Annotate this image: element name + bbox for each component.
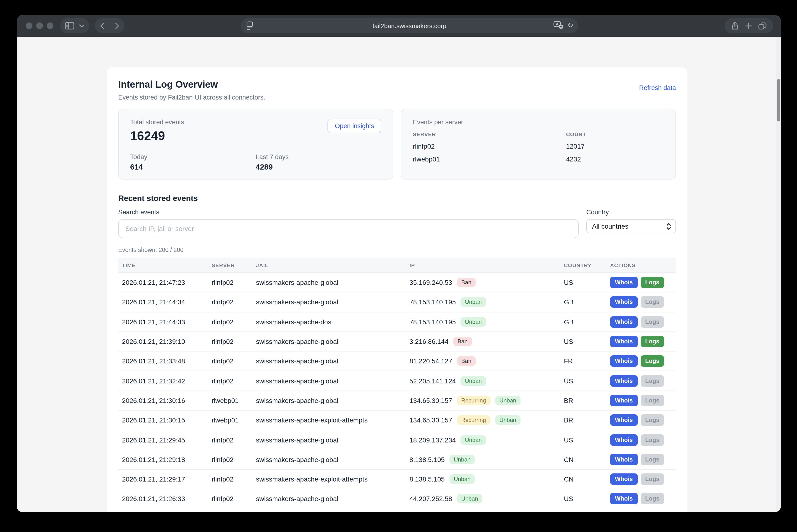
- column-header: TIME: [118, 262, 208, 268]
- logs-button[interactable]: Logs: [640, 356, 664, 367]
- translate-icon: A 文: [554, 21, 564, 30]
- cell-actions: WhoisLogs: [606, 375, 676, 386]
- forward-button[interactable]: [115, 22, 120, 29]
- ip-address: 134.65.30.157: [410, 397, 452, 404]
- logs-button[interactable]: Logs: [640, 375, 664, 386]
- logs-button[interactable]: Logs: [640, 493, 664, 505]
- cell-server: rlinfp02: [208, 456, 252, 463]
- table-row: 2026.01.21, 21:29:18rlinfp02swissmakers-…: [118, 450, 676, 470]
- cell-time: 2026.01.21, 21:33:48: [118, 358, 208, 365]
- new-tab-button[interactable]: [745, 22, 752, 29]
- whois-button[interactable]: Whois: [610, 395, 637, 406]
- whois-button[interactable]: Whois: [610, 356, 637, 367]
- last7days-label: Last 7 days: [256, 153, 381, 160]
- cell-country: US: [560, 338, 606, 345]
- table-row: 2026.01.21, 21:33:48rlinfp02swissmakers-…: [118, 352, 676, 371]
- whois-button[interactable]: Whois: [610, 375, 637, 386]
- logs-button[interactable]: Logs: [640, 316, 664, 327]
- open-insights-button[interactable]: Open insights: [328, 119, 381, 133]
- per-server-title: Events per server: [413, 119, 664, 126]
- logs-button[interactable]: Logs: [640, 395, 664, 406]
- whois-button[interactable]: Whois: [610, 297, 637, 308]
- country-select[interactable]: All countries: [586, 219, 676, 233]
- cell-ip: 78.153.140.195Unban: [406, 298, 560, 307]
- per-server-count: 12017: [566, 142, 664, 150]
- sidebar-menu-button[interactable]: [79, 24, 84, 27]
- cell-ip: 3.216.86.144Ban: [406, 337, 560, 346]
- column-header: JAIL: [252, 262, 406, 268]
- per-server-column-header: SERVER: [413, 131, 566, 137]
- address-bar[interactable]: fail2ban.swissmakers.corp A 文: [241, 18, 578, 33]
- sidebar-controls: [60, 18, 89, 33]
- cell-server: rlwebp01: [208, 416, 252, 424]
- total-events-label: Total stored events: [130, 119, 184, 126]
- events-per-server-card: Events per server SERVERCOUNTrlinfp02120…: [401, 109, 676, 179]
- cell-time: 2026.01.21, 21:30:15: [118, 416, 208, 424]
- search-input[interactable]: [118, 219, 579, 238]
- total-events-value: 16249: [130, 129, 184, 144]
- logs-button[interactable]: Logs: [640, 297, 664, 308]
- tab-overview-button[interactable]: [759, 22, 767, 29]
- zoom-window-button[interactable]: [47, 22, 53, 29]
- back-button[interactable]: [100, 22, 104, 29]
- cell-actions: WhoisLogs: [606, 356, 676, 367]
- cell-country: FR: [560, 358, 606, 365]
- cell-jail: swissmakers-apache-global: [252, 397, 406, 404]
- share-button[interactable]: [731, 21, 738, 30]
- translate-button[interactable]: A 文: [554, 21, 564, 30]
- cell-ip: 35.169.240.53Ban: [406, 278, 560, 287]
- minimize-window-button[interactable]: [36, 22, 43, 29]
- close-window-button[interactable]: [26, 22, 32, 29]
- whois-button[interactable]: Whois: [610, 277, 637, 288]
- unban-badge: Unban: [461, 435, 486, 444]
- column-header: ACTIONS: [606, 262, 676, 268]
- browser-toolbar: fail2ban.swissmakers.corp A 文: [17, 15, 781, 37]
- logs-button[interactable]: Logs: [640, 434, 664, 445]
- svg-text:A: A: [556, 22, 559, 26]
- cell-actions: WhoisLogs: [606, 454, 676, 465]
- whois-button[interactable]: Whois: [610, 434, 637, 445]
- cell-actions: WhoisLogs: [606, 297, 676, 308]
- logs-button[interactable]: Logs: [640, 473, 664, 485]
- whois-button[interactable]: Whois: [610, 336, 637, 347]
- page-format-icon[interactable]: [246, 21, 254, 30]
- ip-address: 8.138.5.105: [410, 475, 445, 483]
- cell-server: rlinfp02: [208, 377, 252, 385]
- whois-button[interactable]: Whois: [610, 316, 637, 327]
- logs-button[interactable]: Logs: [640, 454, 664, 465]
- cell-server: rlinfp02: [208, 298, 252, 306]
- whois-button[interactable]: Whois: [610, 454, 637, 465]
- unban-badge: Unban: [461, 298, 486, 307]
- table-row: 2026.01.21, 21:47:23rlinfp02swissmakers-…: [118, 273, 676, 293]
- table-row: 2026.01.21, 21:44:33rlinfp02swissmakers-…: [118, 312, 676, 332]
- cell-server: rlinfp02: [208, 279, 252, 286]
- table-row: 2026.01.21, 21:29:45rlinfp02swissmakers-…: [118, 430, 676, 450]
- cell-country: CN: [560, 456, 606, 463]
- events-table: TIMESERVERJAILIPCOUNTRYACTIONS 2026.01.2…: [118, 258, 676, 512]
- table-row: 2026.01.21, 21:26:10rlwebp01swissmakers-…: [118, 509, 676, 512]
- recurring-badge: Recurring: [457, 415, 490, 425]
- logs-button[interactable]: Logs: [640, 277, 664, 288]
- ban-badge: Ban: [457, 357, 476, 366]
- cell-country: US: [560, 436, 606, 444]
- page-subtitle: Events stored by Fail2ban-UI across all …: [118, 93, 265, 102]
- cell-actions: WhoisLogs: [606, 414, 676, 426]
- whois-button[interactable]: Whois: [610, 414, 637, 426]
- ip-address: 44.207.252.58: [410, 495, 452, 503]
- reload-button[interactable]: ↻: [567, 22, 574, 29]
- per-server-name: rlinfp02: [413, 142, 566, 150]
- cell-ip: 44.207.252.58Unban: [406, 494, 560, 504]
- whois-button[interactable]: Whois: [610, 493, 637, 505]
- logs-button[interactable]: Logs: [640, 414, 664, 426]
- whois-button[interactable]: Whois: [610, 473, 637, 485]
- events-table-body: 2026.01.21, 21:47:23rlinfp02swissmakers-…: [118, 273, 676, 512]
- scrollbar-track[interactable]: [776, 37, 781, 512]
- sidebar-icon: [65, 22, 74, 30]
- refresh-data-link[interactable]: Refresh data: [639, 84, 676, 92]
- scrollbar-thumb[interactable]: [777, 79, 780, 121]
- table-row: 2026.01.21, 21:29:17rlinfp02swissmakers-…: [118, 470, 676, 489]
- logs-button[interactable]: Logs: [640, 336, 664, 347]
- cell-actions: WhoisLogs: [606, 493, 676, 505]
- cell-jail: swissmakers-apache-global: [252, 456, 406, 463]
- sidebar-toggle-button[interactable]: [65, 22, 74, 30]
